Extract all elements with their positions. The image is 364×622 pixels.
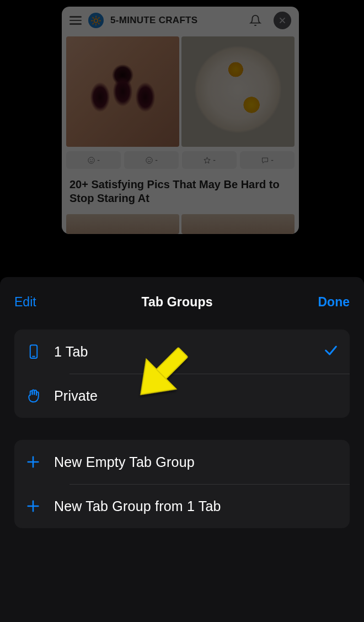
tab-group-label: Private bbox=[54, 388, 339, 404]
done-button[interactable]: Done bbox=[318, 295, 350, 310]
action-label: New Empty Tab Group bbox=[54, 454, 339, 470]
checkmark-icon bbox=[323, 343, 339, 360]
new-empty-tab-group[interactable]: New Empty Tab Group bbox=[14, 440, 350, 484]
sheet-header: Edit Tab Groups Done bbox=[0, 285, 364, 329]
tab-group-list: 1 Tab Private bbox=[14, 329, 350, 418]
tab-groups-sheet: Edit Tab Groups Done 1 Tab bbox=[0, 277, 364, 622]
sheet-title: Tab Groups bbox=[141, 295, 212, 310]
plus-icon bbox=[25, 498, 54, 514]
tab-group-item-private[interactable]: Private bbox=[14, 374, 350, 418]
hand-icon bbox=[25, 387, 54, 404]
new-tab-group-from-tab[interactable]: New Tab Group from 1 Tab bbox=[14, 484, 350, 528]
tab-group-label: 1 Tab bbox=[54, 344, 323, 360]
device-icon bbox=[25, 343, 54, 360]
tab-group-item-1tab[interactable]: 1 Tab bbox=[14, 329, 350, 374]
edit-button[interactable]: Edit bbox=[14, 295, 36, 310]
action-label: New Tab Group from 1 Tab bbox=[54, 498, 339, 514]
new-tab-group-actions: New Empty Tab Group New Tab Group from 1… bbox=[14, 440, 350, 528]
plus-icon bbox=[25, 454, 54, 470]
